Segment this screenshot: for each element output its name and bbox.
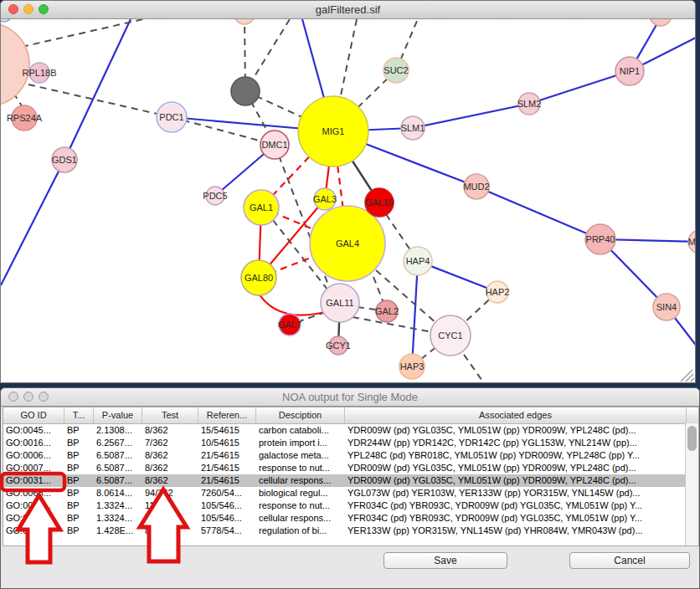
table-row[interactable]: GO:0031...BP6.5087...8/36221/54615cellul…	[3, 474, 698, 487]
table-cell: 5778/54...	[198, 525, 256, 537]
graph-edge	[28, 85, 172, 117]
table-cell: GO:0031...	[3, 474, 64, 487]
table-cell: protein import i...	[256, 437, 345, 449]
table-cell: YFR034C (pd) YBR093C, YDR009W (pd) YGL03…	[345, 512, 687, 525]
table-cell: 1.428E...	[94, 525, 142, 537]
resize-grip[interactable]	[681, 370, 694, 382]
table-row[interactable]: GO:0006...BP6.5087...8/36221/54615galact…	[3, 449, 698, 462]
node-label: GAL7	[278, 320, 301, 330]
table-cell: BP	[64, 499, 94, 512]
save-button[interactable]: Save	[383, 552, 507, 569]
node-GAL80[interactable]: GAL80	[241, 260, 276, 295]
node-GAL7[interactable]: GAL7	[278, 314, 301, 335]
vertical-scrollbar[interactable]	[685, 423, 698, 545]
node-label: RPS24A	[7, 113, 43, 123]
table-row[interactable]: GO:0016...BP6.2567...7/36210/54615protei…	[3, 437, 698, 449]
zoom-icon[interactable]	[39, 4, 49, 14]
node-DMC1[interactable]: DMC1	[260, 131, 289, 159]
close-icon[interactable]	[8, 392, 18, 402]
node-HAP4[interactable]: HAP4	[404, 247, 432, 275]
node-SLM1[interactable]: SLM1	[401, 116, 425, 140]
table-header-row: GO IDT...P-valueTestReferen...Desciption…	[3, 407, 698, 424]
node-RPS24A[interactable]: RPS24A	[7, 105, 43, 131]
node-SUC2[interactable]: SUC2	[383, 58, 409, 83]
table-cell: YDR009W (pd) YGL035C, YML051W (pp) YDR00…	[345, 474, 687, 487]
zoom-icon[interactable]	[39, 392, 49, 402]
column-header-desciption[interactable]: Desciption	[256, 407, 345, 423]
column-header-go-id[interactable]: GO ID	[3, 407, 64, 423]
node-label: GAL2	[375, 306, 399, 316]
network-window-titlebar[interactable]: galFiltered.sif	[1, 1, 695, 19]
table-cell: 1.3324...	[94, 512, 142, 525]
node-GAL1[interactable]: GAL1	[244, 190, 279, 225]
node-MSL1[interactable]: MSL1	[688, 230, 695, 254]
graph-nodes: RPL18BRPS24AGDS1PDC1MIG1DMC1SUC2SLM1SLM2…	[1, 4, 695, 379]
graph-edge	[412, 261, 418, 366]
desktop: RPL18BRPS24AGDS1PDC1MIG1DMC1SUC2SLM1SLM2…	[0, 0, 700, 589]
table-cell: GO:0031...	[3, 512, 64, 525]
table-cell: YGL073W (pd) YER103W, YER133W (pp) YOR31…	[345, 487, 687, 499]
node-GAL3[interactable]: GAL3	[313, 188, 337, 210]
node-label: GAL4	[336, 238, 359, 248]
node-GAL11[interactable]: GAL11	[321, 284, 359, 322]
table-cell: cellular respons...	[256, 474, 345, 487]
column-header-referen[interactable]: Referen...	[198, 407, 256, 423]
node-big-left[interactable]	[1, 23, 29, 106]
table-row[interactable]: GO:0007...BP6.5087...8/36221/54615respon…	[3, 462, 698, 474]
node-GAL2[interactable]: GAL2	[375, 300, 399, 322]
table-cell: BP	[64, 424, 94, 437]
table-cell: 21/54615	[198, 449, 256, 462]
network-graph-canvas[interactable]: RPL18BRPS24AGDS1PDC1MIG1DMC1SUC2SLM1SLM2…	[1, 1, 695, 382]
node-PDC1[interactable]: PDC1	[157, 102, 187, 132]
node-CYC1[interactable]: CYC1	[430, 315, 471, 356]
node-SIN4[interactable]: SIN4	[653, 294, 680, 320]
minimize-icon[interactable]	[23, 4, 33, 14]
table-cell: BP	[64, 487, 94, 499]
noa-window-title: NOA output for Single Mode	[1, 388, 699, 406]
node-label: GAL3	[313, 194, 337, 204]
table-row[interactable]: GO:0065...BP8.0614...94/3627260/54...bio…	[3, 487, 698, 499]
table-cell: BP	[64, 512, 94, 525]
table-row[interactable]: GO:0031...BP1.3324...11/362105/546...cel…	[3, 512, 698, 525]
table-row[interactable]: GO:0050...BP1.428E...80/3625778/54...reg…	[3, 525, 698, 537]
table-cell: BP	[64, 437, 94, 449]
node-GAL4[interactable]: GAL4	[310, 206, 385, 281]
graph-edge	[413, 104, 529, 128]
node-GAL10[interactable]: GAL10	[365, 188, 394, 217]
node-GCY1[interactable]: GCY1	[326, 336, 351, 355]
node-PRP40[interactable]: PRP40	[585, 224, 615, 254]
node-SLM2[interactable]: SLM2	[517, 93, 542, 115]
column-header-associated-edges[interactable]: Associated edges	[345, 407, 687, 423]
table-row[interactable]: GO:0031...BP1.3324...11/362105/546...res…	[3, 499, 698, 512]
table-cell: cellular respons...	[256, 512, 345, 525]
node-gray-node[interactable]	[231, 77, 260, 105]
graph-edge	[1, 160, 64, 285]
node-GDS1[interactable]: GDS1	[52, 147, 77, 172]
node-MUD2[interactable]: MUD2	[463, 174, 489, 199]
table-cell: GO:0031...	[3, 499, 64, 512]
node-label: MUD2	[463, 182, 489, 192]
node-NIP1[interactable]: NIP1	[615, 57, 644, 85]
table-cell: 21/54615	[198, 462, 256, 474]
node-circle[interactable]	[231, 77, 260, 105]
node-HAP2[interactable]: HAP2	[486, 281, 510, 303]
table-cell: 11/362	[142, 499, 198, 512]
results-table: GO IDT...P-valueTestReferen...Desciption…	[3, 407, 699, 546]
cancel-button[interactable]: Cancel	[569, 552, 690, 569]
table-cell: 6.5087...	[94, 449, 142, 462]
table-cell: galactose meta...	[256, 449, 345, 462]
node-HAP3[interactable]: HAP3	[399, 354, 425, 379]
column-header-t[interactable]: T...	[64, 407, 94, 423]
minimize-icon[interactable]	[23, 392, 33, 402]
column-header-test[interactable]: Test	[142, 407, 198, 423]
node-label: PRP40	[586, 234, 615, 244]
noa-window-titlebar[interactable]: NOA output for Single Mode	[1, 388, 699, 407]
node-MIG1[interactable]: MIG1	[298, 96, 368, 166]
table-cell: 2.1308...	[94, 424, 142, 437]
close-icon[interactable]	[8, 4, 18, 14]
node-circle[interactable]	[1, 23, 29, 106]
column-header-p-value[interactable]: P-value	[94, 407, 142, 423]
table-cell: GO:0006...	[3, 449, 64, 462]
scrollbar-thumb[interactable]	[687, 426, 697, 451]
table-row[interactable]: GO:0045...BP2.1308...8/36215/54615carbon…	[3, 424, 698, 437]
